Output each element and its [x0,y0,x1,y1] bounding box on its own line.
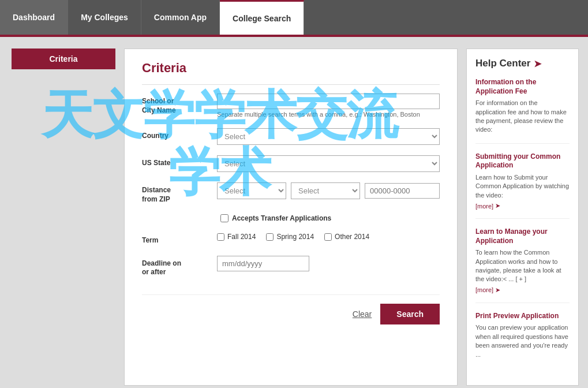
help-section-1: Submitting your Common Application Learn… [475,152,570,219]
country-field-container: Select [217,128,440,145]
other-term-item: Other 2014 [324,233,369,241]
help-title: Help Center ➤ [475,58,570,69]
help-panel: Help Center ➤ Information on the Applica… [466,48,579,386]
spring-term-item: Spring 2014 [266,233,314,241]
help-section-text-0: For information on the application fee a… [475,99,570,135]
page-title: Criteria [142,61,440,85]
us-state-row: US State Select [142,155,440,172]
criteria-button[interactable]: Criteria [12,48,115,69]
fall-2014-checkbox[interactable] [217,233,224,241]
help-section-title-3: Print Preview Application [475,312,570,321]
fall-label: Fall 2014 [227,233,256,241]
content-area: Criteria School orCity Name Separate mul… [124,48,458,386]
distance-field-container: Select Select [217,182,440,199]
term-label: Term [142,233,217,245]
more-link-1[interactable]: [more] ➤ [475,202,570,210]
distance-unit-select[interactable]: Select [291,182,360,199]
more-arrow-icon-2: ➤ [495,286,500,294]
us-state-select[interactable]: Select [217,155,440,172]
us-state-label: US State [142,155,217,168]
deadline-label: Deadline onor after [142,256,217,277]
country-row: Country Select [142,128,440,145]
school-input[interactable] [217,94,440,109]
accepts-transfer-checkbox[interactable] [220,214,229,222]
school-field-container: Separate multiple search terms with a co… [217,94,440,118]
accepts-transfer-label: Accepts Transfer Applications [232,214,331,222]
help-arrow-icon: ➤ [534,58,541,69]
main-container: Criteria Criteria School orCity Name Sep… [0,37,588,388]
help-section-text-2: To learn how the Common Application work… [475,248,570,284]
form-actions: Clear Search [142,294,440,324]
spring-2014-checkbox[interactable] [266,233,274,241]
tab-common-app[interactable]: Common App [141,0,220,35]
school-row: School orCity Name Separate multiple sea… [142,94,440,118]
distance-inputs: Select Select [217,182,440,199]
distance-row: Distancefrom ZIP Select Select [142,182,440,204]
tab-dashboard[interactable]: Dashboard [0,0,68,35]
school-hint: Separate multiple search terms with a co… [217,111,440,118]
distance-value-select[interactable]: Select [217,182,286,199]
more-link-2[interactable]: [more] ➤ [475,286,570,294]
term-row: Term Fall 2014 Spring 2014 Other 2014 [142,233,440,245]
deadline-row: Deadline onor after [142,256,440,277]
deadline-input[interactable] [217,256,309,271]
other-2014-checkbox[interactable] [324,233,332,241]
deadline-field-container [217,256,440,271]
spring-label: Spring 2014 [276,233,314,241]
more-arrow-icon-1: ➤ [495,202,500,210]
distance-label: Distancefrom ZIP [142,182,217,204]
help-section-title-2: Learn to Manage your Application [475,227,570,245]
help-section-title-1: Submitting your Common Application [475,152,570,170]
school-label: School orCity Name [142,94,217,115]
top-navigation: Dashboard My Colleges Common App College… [0,0,588,35]
tab-my-colleges[interactable]: My Colleges [68,0,141,35]
tab-college-search[interactable]: College Search [220,0,304,35]
clear-button[interactable]: Clear [353,309,372,319]
help-section-title-0: Information on the Application Fee [475,78,570,96]
fall-term-item: Fall 2014 [217,233,256,241]
left-sidebar: Criteria [12,48,115,386]
other-label: Other 2014 [335,233,369,241]
term-options: Fall 2014 Spring 2014 Other 2014 [217,233,440,241]
help-section-text-3: You can preview your application when al… [475,323,570,359]
search-button[interactable]: Search [380,304,440,324]
country-label: Country [142,128,217,141]
term-field-container: Fall 2014 Spring 2014 Other 2014 [217,233,440,241]
help-section-0: Information on the Application Fee For i… [475,78,570,144]
us-state-field-container: Select [217,155,440,172]
country-select[interactable]: Select [217,128,440,145]
help-section-text-1: Learn how to Submit your Common Applicat… [475,173,570,200]
help-section-3: Print Preview Application You can previe… [475,312,570,368]
zip-input[interactable] [365,183,440,199]
help-section-2: Learn to Manage your Application To lear… [475,227,570,303]
accepts-transfer-row: Accepts Transfer Applications [142,214,440,222]
